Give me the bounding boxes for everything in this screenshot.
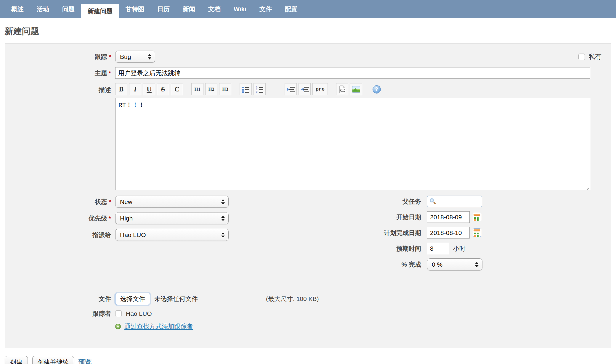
preview-link[interactable]: 预览 bbox=[78, 358, 92, 364]
estimated-time-row: 预期时间 小时 bbox=[319, 243, 615, 254]
heading3-button[interactable]: H3 bbox=[219, 83, 231, 95]
add-icon bbox=[115, 324, 121, 329]
files-row: 文件 选择文件 未选择任何文件 (最大尺寸: 100 KB) bbox=[5, 293, 611, 305]
calendar-icon[interactable] bbox=[473, 213, 481, 221]
done-ratio-value: 0 % bbox=[432, 261, 442, 268]
done-ratio-label: % 完成 bbox=[319, 260, 421, 269]
link-button[interactable] bbox=[336, 83, 348, 95]
description-textarea[interactable]: RT！！！ bbox=[115, 98, 590, 190]
underline-button[interactable]: U bbox=[143, 83, 155, 95]
tab-gantt[interactable]: 甘特图 bbox=[119, 0, 151, 18]
image-button[interactable] bbox=[350, 83, 362, 95]
unordered-list-icon bbox=[242, 86, 250, 93]
project-nav: 概述 活动 问题 新建问题 甘特图 日历 新闻 文档 Wiki 文件 配置 bbox=[0, 0, 616, 18]
hours-unit-label: 小时 bbox=[453, 244, 466, 253]
schedule-column: 父任务 开始日期 计划完成日期 bbox=[319, 196, 615, 275]
required-mark: * bbox=[109, 53, 111, 60]
start-date-label: 开始日期 bbox=[319, 213, 421, 221]
parent-task-row: 父任务 bbox=[319, 196, 615, 207]
estimated-time-label: 预期时间 bbox=[319, 244, 421, 253]
estimated-time-input[interactable] bbox=[427, 243, 449, 254]
add-watcher-row: 通过查找方式添加跟踪者 bbox=[5, 322, 611, 331]
tab-wiki[interactable]: Wiki bbox=[227, 0, 253, 18]
status-label: 状态* bbox=[5, 198, 115, 206]
subject-input[interactable] bbox=[115, 67, 590, 79]
watcher-name: Hao LUO bbox=[126, 310, 152, 317]
start-date-input[interactable] bbox=[427, 211, 470, 223]
link-icon bbox=[339, 86, 345, 93]
tab-files[interactable]: 文件 bbox=[253, 0, 278, 18]
max-size-text: (最大尺寸: 100 KB) bbox=[266, 295, 319, 303]
page-title: 新建问题 bbox=[5, 25, 611, 37]
files-label: 文件 bbox=[5, 295, 115, 303]
done-ratio-select[interactable]: 0 % bbox=[427, 258, 482, 270]
tracker-row: 跟踪* Bug 私有 bbox=[5, 51, 611, 63]
assignee-label: 指派给 bbox=[5, 231, 115, 239]
tab-activity[interactable]: 活动 bbox=[30, 0, 56, 18]
select-arrows-icon bbox=[221, 232, 225, 238]
select-arrows-icon bbox=[221, 199, 225, 204]
calendar-icon[interactable] bbox=[473, 228, 481, 237]
heading1-button[interactable]: H1 bbox=[191, 83, 203, 95]
bold-button[interactable]: B bbox=[115, 83, 127, 95]
private-wrap: 私有 bbox=[578, 52, 601, 61]
form-actions: 创建 创建并继续 预览 bbox=[5, 356, 611, 364]
preformatted-button[interactable]: pre bbox=[312, 83, 328, 95]
done-ratio-row: % 完成 0 % bbox=[319, 258, 615, 270]
heading2-button[interactable]: H2 bbox=[205, 83, 217, 95]
attributes-section: 状态* New 优先级* High 指派给 Hao LUO bbox=[5, 196, 611, 281]
due-date-row: 计划完成日期 bbox=[319, 227, 615, 239]
ordered-list-icon bbox=[256, 86, 264, 93]
parent-task-label: 父任务 bbox=[319, 197, 421, 206]
ordered-list-button[interactable] bbox=[254, 83, 266, 95]
select-arrows-icon bbox=[148, 54, 151, 59]
priority-label: 优先级* bbox=[5, 214, 115, 223]
code-button[interactable]: C bbox=[171, 83, 183, 95]
tab-settings[interactable]: 配置 bbox=[278, 0, 304, 18]
indent-increase-button[interactable] bbox=[285, 83, 297, 95]
select-arrows-icon bbox=[475, 262, 479, 267]
help-button[interactable] bbox=[370, 83, 383, 95]
subject-row: 主题* bbox=[5, 67, 611, 79]
new-issue-form: 跟踪* Bug 私有 主题* 描述 B I U S C H1 bbox=[5, 43, 611, 348]
description-row: 描述 B I U S C H1 H2 H3 pre bbox=[5, 83, 611, 191]
tab-overview[interactable]: 概述 bbox=[5, 0, 30, 18]
private-checkbox[interactable] bbox=[578, 54, 585, 60]
private-label: 私有 bbox=[588, 52, 601, 61]
tab-new-issue[interactable]: 新建问题 bbox=[81, 4, 119, 18]
status-select[interactable]: New bbox=[115, 196, 229, 208]
image-icon bbox=[352, 86, 360, 93]
tab-news[interactable]: 新闻 bbox=[176, 0, 202, 18]
tab-issues[interactable]: 问题 bbox=[56, 0, 81, 18]
tracker-label: 跟踪* bbox=[5, 53, 115, 61]
choose-file-button[interactable]: 选择文件 bbox=[115, 293, 150, 305]
create-button[interactable]: 创建 bbox=[5, 356, 28, 364]
unordered-list-button[interactable] bbox=[240, 83, 252, 95]
no-file-text: 未选择任何文件 bbox=[154, 295, 198, 303]
priority-value: High bbox=[120, 215, 133, 222]
assignee-select[interactable]: Hao LUO bbox=[115, 229, 229, 241]
select-arrows-icon bbox=[221, 216, 225, 221]
strikethrough-button[interactable]: S bbox=[157, 83, 169, 95]
required-mark: * bbox=[109, 215, 111, 222]
tab-calendar[interactable]: 日历 bbox=[151, 0, 176, 18]
priority-select[interactable]: High bbox=[115, 212, 229, 224]
watchers-label: 跟踪者 bbox=[5, 310, 115, 318]
watcher-checkbox[interactable] bbox=[115, 310, 122, 317]
add-watcher-link[interactable]: 通过查找方式添加跟踪者 bbox=[124, 322, 193, 331]
tab-documents[interactable]: 文档 bbox=[202, 0, 227, 18]
assignee-value: Hao LUO bbox=[120, 231, 146, 239]
indent-decrease-button[interactable] bbox=[299, 83, 311, 95]
indent-decrease-icon bbox=[301, 86, 309, 93]
parent-task-input[interactable] bbox=[427, 196, 482, 207]
help-icon bbox=[373, 85, 381, 94]
due-date-input[interactable] bbox=[427, 227, 470, 239]
tracker-value: Bug bbox=[120, 53, 131, 60]
italic-button[interactable]: I bbox=[129, 83, 141, 95]
status-value: New bbox=[120, 198, 132, 205]
tracker-select[interactable]: Bug bbox=[115, 51, 155, 63]
watchers-row: 跟踪者 Hao LUO bbox=[5, 310, 611, 318]
start-date-row: 开始日期 bbox=[319, 211, 615, 223]
create-and-continue-button[interactable]: 创建并继续 bbox=[32, 356, 74, 364]
due-date-label: 计划完成日期 bbox=[319, 229, 421, 237]
